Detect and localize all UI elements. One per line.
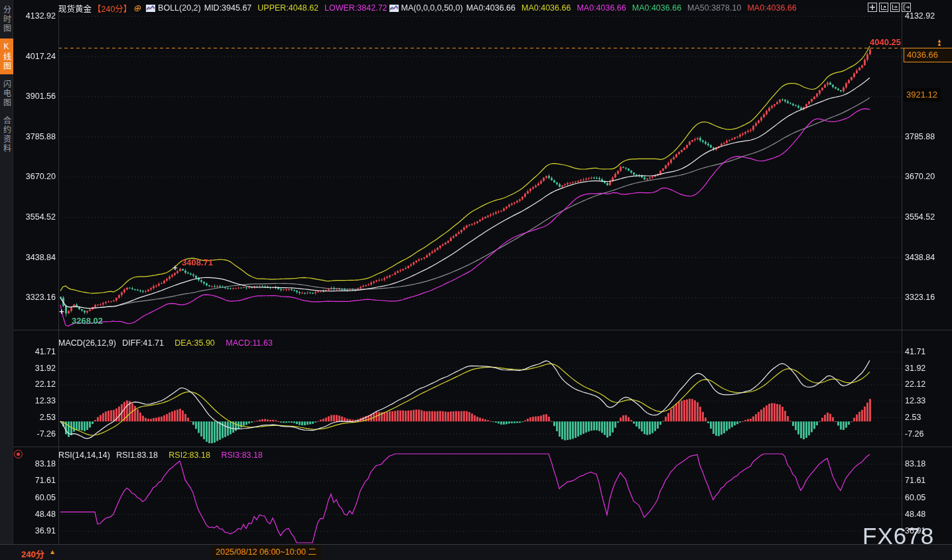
sidebar-tab-time-chart[interactable]: 分时图 (0, 2, 13, 36)
ma-name: MA(0,0,0,0,50,0) (401, 3, 463, 13)
selected-session-box: 2025/08/12 06:00~10:00 二 (211, 545, 321, 559)
rsi1-value: RSI1:83.18 (116, 451, 158, 460)
boll-upper-value: UPPER:4048.62 (257, 3, 318, 13)
ma0-red-value: MA0:4036.66 (747, 3, 796, 13)
chart-header: 现货黄金 【240分】 BOLL(20,2) MID:3945.67 UPPER… (58, 2, 803, 14)
zoom-in-axes-icon[interactable] (879, 3, 888, 12)
secondary-price-tag: 3921.12 (904, 88, 941, 102)
ma50-value: MA50:3878.10 (687, 3, 741, 13)
rsi3-value: RSI3:83.18 (221, 451, 263, 460)
macd-diff-value: DIFF:41.71 (122, 338, 164, 348)
circle-plus-icon[interactable] (133, 3, 141, 13)
rsi2-value: RSI2:83.18 (169, 451, 210, 460)
time-axis-bar: 240分 2025/08/12 06:00~10:00 二 (0, 544, 952, 560)
sidebar-tab-lightning-chart[interactable]: 闪电图 (0, 76, 13, 111)
session-high-label: 4040.25 (870, 37, 901, 47)
rsi-indicator-row: RSI(14,14,14) RSI1:83.18 RSI2:83.18 RSI3… (58, 451, 271, 460)
macd-indicator-row: MACD(26,12,9) DIFF:41.71 DEA:35.90 MACD:… (58, 338, 281, 348)
sidebar: 分时图 K线图 闪电图 合约资料 (0, 0, 13, 544)
exit-chart-icon[interactable] (902, 3, 911, 12)
macd-value: MACD:11.63 (226, 338, 273, 348)
high-price-annotation: 3408.71 (182, 257, 213, 267)
ma0-green-value: MA0:4036.66 (632, 3, 681, 13)
ma0-magenta-value: MA0:4036.66 (577, 3, 626, 13)
price-up-marker-icon (935, 39, 944, 46)
period-label: 【240分】 (93, 2, 131, 15)
sidebar-tab-contract-info[interactable]: 合约资料 (0, 113, 13, 157)
low-price-annotation: 3268.02 (72, 316, 103, 326)
ma0-yellow-value: MA0:4036.66 (521, 3, 571, 13)
kline-chart-canvas[interactable] (0, 0, 952, 560)
sidebar-tab-kline-chart[interactable]: K线图 (0, 38, 13, 74)
macd-name: MACD(26,12,9) (58, 338, 116, 348)
macd-dea-value: DEA:35.90 (174, 338, 214, 348)
boll-mid-value: MID:3945.67 (204, 3, 252, 13)
symbol-name: 现货黄金 (58, 2, 92, 15)
high-cross-marker-icon (172, 263, 178, 273)
boll-lower-value: LOWER:3842.72 (324, 3, 387, 13)
ma-indicator-icon[interactable] (389, 5, 399, 12)
alert-dot-icon[interactable] (14, 450, 23, 458)
pan-tool-icon[interactable] (868, 3, 877, 12)
chart-toolbar (868, 3, 911, 12)
boll-indicator-icon[interactable] (146, 5, 155, 12)
timeframe-up-triangle-icon[interactable] (49, 548, 56, 555)
timeframe-label[interactable]: 240分 (21, 547, 44, 560)
zoom-out-axes-icon[interactable] (890, 3, 900, 12)
ma0-white-value: MA0:4036.66 (466, 3, 515, 13)
rsi-name: RSI(14,14,14) (58, 451, 110, 460)
current-price-tag: 4036.66 (904, 48, 952, 62)
boll-name: BOLL(20,2) (158, 3, 201, 13)
low-cross-marker-icon (59, 307, 64, 316)
chart-window: 分时图 K线图 闪电图 合约资料 现货黄金 【240分】 BOLL(20,2) … (0, 0, 952, 560)
